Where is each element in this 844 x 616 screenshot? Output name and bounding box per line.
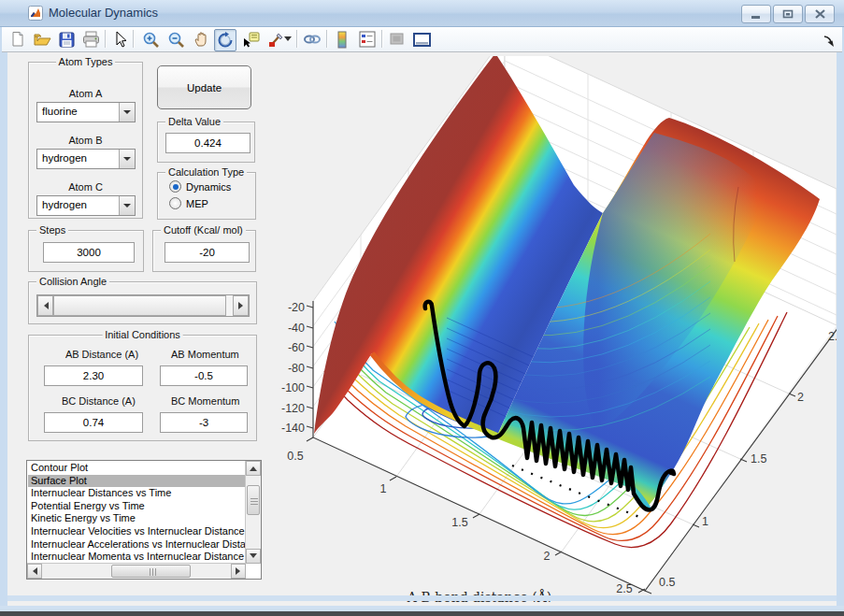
toolbar-separator [296,30,297,48]
calculation-type-title: Calculation Type [165,165,247,179]
scroll-down-button[interactable] [246,549,261,564]
calculation-type-panel: Calculation Type Dynamics MEP [157,172,256,220]
chain-link-icon [303,32,322,47]
z-tick: -120 [281,402,305,415]
zoom-in-button[interactable] [140,29,161,50]
initial-conditions-title: Initial Conditions [102,328,183,342]
minimize-button[interactable] [741,5,771,23]
hscroll-thumb[interactable] [111,565,191,578]
list-item[interactable]: Internuclear Velocities vs Internuclear … [28,525,245,538]
slider-thumb[interactable] [53,295,226,316]
zoom-out-button[interactable] [165,29,186,50]
radio-selected-icon[interactable] [169,180,181,193]
open-file-button[interactable] [32,29,52,50]
link-plot-button[interactable] [302,29,322,50]
x-tick: 2 [544,550,551,563]
brush-dropdown-caret[interactable] [283,29,293,50]
dropdown-arrow-icon[interactable] [119,196,135,215]
bc-momentum-input[interactable] [160,412,248,433]
atom-c-label: Atom C [68,181,103,193]
radio-dynamics-label: Dynamics [186,181,231,193]
rotate-3d-icon [217,32,234,49]
edit-plot-button[interactable] [110,29,131,50]
restore-button[interactable] [773,5,803,23]
bc-distance-input[interactable] [44,412,143,433]
axes-3d-surface-plot[interactable]: -20 -40 -60 -80 -100 -120 -140 0.5 1 1.5… [280,56,837,602]
toolbar-separator [381,30,382,48]
figure-window: Molecular Dynamics [0,0,844,616]
figure-toolbar [2,27,842,52]
ab-momentum-input[interactable] [160,365,248,386]
plot-type-listbox[interactable]: Contour Plot Surface Plot Internuclear D… [26,460,262,580]
ab-distance-input[interactable] [44,365,143,386]
colorbar-icon [336,31,349,49]
scroll-right-button[interactable] [231,564,246,579]
list-item[interactable]: Kinetic Energy vs Time [28,512,245,525]
hide-plot-tools-button[interactable] [387,29,408,50]
list-item[interactable]: Potential Energy vs Time [28,500,245,513]
slider-left-arrow[interactable] [37,295,53,316]
collision-angle-panel: Collision Angle [28,281,257,324]
vscroll-thumb[interactable] [247,485,260,515]
y-tick: 1.5 [751,452,766,466]
y-tick: 0.5 [659,576,675,589]
atom-a-label: Atom A [69,88,102,99]
save-figure-button[interactable] [56,29,77,50]
dock-figure-arrow[interactable] [818,31,838,51]
print-figure-button[interactable] [80,29,101,50]
hide-plot-tools-icon [390,33,405,46]
left-triangle-icon [40,302,49,309]
data-cursor-button[interactable] [240,29,261,50]
z-tick: -140 [281,422,305,435]
z-tick: -100 [281,381,305,394]
zoom-in-icon [142,31,160,49]
pan-button[interactable] [191,29,211,50]
new-document-icon [9,31,26,48]
horizontal-scrollbar[interactable] [27,563,246,579]
list-item-selected[interactable]: Surface Plot [28,475,245,488]
list-item[interactable]: Contour Plot [28,462,245,475]
scroll-left-button[interactable] [27,564,42,579]
window-controls [741,5,835,23]
left-triangle-icon [29,567,37,575]
atom-a-value: fluorine [42,106,78,117]
atom-c-dropdown[interactable]: hydrogen [36,195,136,216]
insert-legend-button[interactable] [357,29,378,50]
slider-right-arrow[interactable] [233,295,249,316]
steps-title: Steps [36,223,68,237]
z-tick: -20 [288,301,305,314]
printer-icon [82,31,100,48]
delta-value-input[interactable] [165,133,250,153]
insert-colorbar-button[interactable] [332,29,352,50]
collision-angle-slider[interactable] [36,294,250,317]
atom-b-label: Atom B [68,135,102,146]
close-button[interactable] [805,5,835,23]
scroll-up-button[interactable] [246,461,261,476]
titlebar[interactable]: Molecular Dynamics [0,0,844,27]
window-title: Molecular Dynamics [49,6,158,20]
show-plot-tools-button[interactable] [411,29,432,50]
cutoff-input[interactable] [165,242,250,263]
dropdown-arrow-icon[interactable] [119,103,135,122]
save-floppy-icon [59,32,75,48]
minimize-icon [751,10,762,19]
x-tick: 0.5 [287,450,303,463]
radio-unselected-icon[interactable] [169,197,181,209]
list-item[interactable]: Internuclear Accelerations vs Internucle… [28,538,245,552]
new-figure-button[interactable] [7,29,28,50]
list-item[interactable]: Internuclear Distances vs Time [28,487,245,500]
matlab-figure-icon [28,6,43,21]
atom-b-value: hydrogen [42,152,87,164]
radio-mep[interactable]: MEP [169,197,208,209]
atom-a-dropdown[interactable]: fluorine [36,102,136,122]
dock-arrow-icon [823,36,835,48]
steps-input[interactable] [43,242,135,263]
dropdown-arrow-icon[interactable] [119,150,135,168]
list-item[interactable]: Internuclear Momenta vs Internuclear Dis… [28,551,245,563]
steps-panel: Steps [28,230,144,272]
rotate-3d-button[interactable] [214,29,236,51]
vertical-scrollbar[interactable] [245,461,261,564]
atom-b-dropdown[interactable]: hydrogen [36,149,136,169]
update-button[interactable]: Update [157,65,251,109]
radio-dynamics[interactable]: Dynamics [169,180,231,193]
